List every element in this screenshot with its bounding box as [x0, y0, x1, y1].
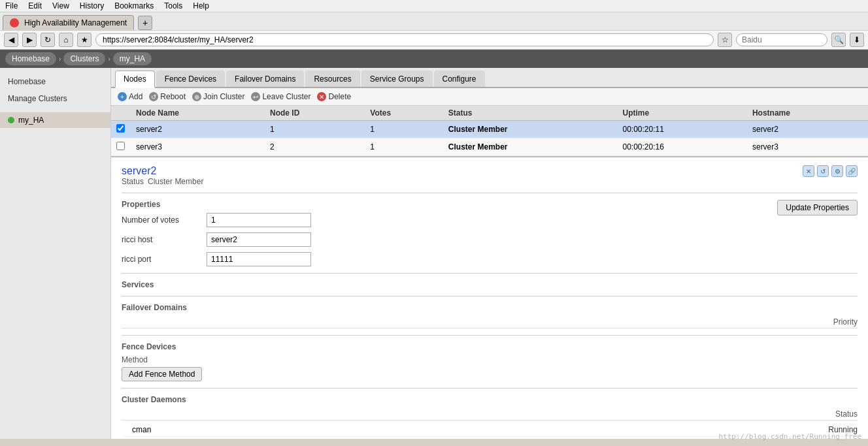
node-detail-header: server2 Status Cluster Member ✕ ↺ ⚙ 🔗 [122, 165, 858, 186]
tab-title: High Availability Management [24, 18, 127, 27]
detail-icon-refresh[interactable]: ↺ [817, 165, 829, 177]
status-cell: Cluster Member [443, 121, 618, 138]
daemon-status-col: Status [835, 409, 858, 419]
delete-button[interactable]: ✕ Delete [317, 92, 351, 101]
ricci-port-input[interactable] [207, 252, 311, 266]
home-button[interactable]: ⌂ [59, 33, 73, 47]
join-cluster-button[interactable]: ⊕ Join Cluster [192, 92, 244, 101]
add-button[interactable]: + Add [118, 92, 142, 101]
browser-tab-bar: High Availability Management + [0, 12, 868, 31]
node-table: Node Name Node ID Votes Status Uptime Ho… [111, 106, 868, 156]
node-status-line: Status Cluster Member [122, 177, 203, 186]
sidebar-item-homebase[interactable]: Homebase [0, 73, 110, 90]
table-row[interactable]: server3 2 1 Cluster Member 00:00:20:16 s… [111, 138, 868, 156]
content-area: Nodes Fence Devices Failover Domains Res… [111, 68, 868, 439]
votes-input[interactable] [207, 213, 311, 227]
col-node-name: Node Name [131, 106, 265, 121]
col-uptime: Uptime [617, 106, 746, 121]
status-value: Cluster Member [148, 177, 203, 186]
row-checkbox[interactable] [116, 142, 125, 150]
search-button[interactable]: 🔍 [831, 33, 846, 47]
col-node-id: Node ID [265, 106, 365, 121]
daemon-name: cman [122, 425, 151, 434]
menu-history[interactable]: History [80, 1, 104, 10]
votes-cell: 1 [365, 138, 442, 156]
menu-help[interactable]: Help [193, 1, 209, 10]
tab-resources[interactable]: Resources [305, 71, 359, 87]
node-id-cell: 1 [265, 121, 365, 138]
leave-icon: ↩ [251, 92, 260, 101]
detail-icon-link[interactable]: ⚙ [831, 165, 843, 177]
table-row[interactable]: server2 1 1 Cluster Member 00:00:20:11 s… [111, 121, 868, 138]
services-section-label: Services [122, 280, 858, 289]
new-tab-button[interactable]: + [138, 16, 152, 30]
detail-icon-group: ✕ ↺ ⚙ 🔗 [803, 165, 858, 177]
status-label: Status [122, 177, 144, 186]
node-id-cell: 2 [265, 138, 365, 156]
breadcrumb-my-ha[interactable]: my_HA [113, 52, 152, 65]
col-checkbox [111, 106, 131, 121]
browser-menubar: File Edit View History Bookmarks Tools H… [0, 0, 868, 12]
bookmark-button[interactable]: ★ [77, 33, 92, 47]
node-name-cell: server2 [131, 121, 265, 138]
leave-cluster-button[interactable]: ↩ Leave Cluster [251, 92, 310, 101]
tab-fence-devices[interactable]: Fence Devices [156, 71, 225, 87]
sidebar-cluster-my-ha[interactable]: my_HA [0, 112, 110, 128]
download-button[interactable]: ⬇ [850, 33, 864, 47]
divider-1 [122, 193, 858, 193]
priority-col-header: Priority [833, 317, 858, 327]
menu-bookmarks[interactable]: Bookmarks [114, 1, 154, 10]
fence-method-label: Method [122, 355, 858, 364]
prop-row-ricci-host: ricci host [122, 232, 858, 247]
breadcrumb-arrow-1: › [59, 56, 61, 63]
menu-edit[interactable]: Edit [28, 1, 42, 10]
properties-section-label: Properties [122, 200, 858, 209]
delete-icon: ✕ [317, 92, 326, 101]
back-button[interactable]: ◀ [4, 33, 18, 47]
votes-cell: 1 [365, 121, 442, 138]
col-votes: Votes [365, 106, 442, 121]
failover-domains-label: Failover Domains [122, 303, 858, 312]
tab-configure[interactable]: Configure [434, 71, 485, 87]
action-bar: + Add ↺ Reboot ⊕ Join Cluster ↩ Leave Cl… [111, 88, 868, 106]
search-input[interactable] [736, 33, 827, 46]
node-detail-title-area: server2 Status Cluster Member [122, 165, 203, 186]
menu-view[interactable]: View [52, 1, 69, 10]
breadcrumb-arrow-2: › [108, 56, 110, 63]
ricci-port-label: ricci port [122, 255, 207, 264]
fence-devices-section: Fence Devices Method Add Fence Method [122, 342, 858, 381]
address-input[interactable] [95, 33, 714, 46]
tab-service-groups[interactable]: Service Groups [361, 71, 433, 87]
menu-file[interactable]: File [5, 1, 18, 10]
watermark: http://blog.csdn.net/Running_free [718, 432, 861, 439]
browser-tab[interactable]: High Availability Management [3, 15, 134, 30]
col-status: Status [443, 106, 618, 121]
fence-devices-label: Fence Devices [122, 342, 858, 351]
detail-icon-close[interactable]: ✕ [803, 165, 814, 177]
star-button[interactable]: ☆ [718, 33, 732, 47]
update-properties-button[interactable]: Update Properties [777, 200, 858, 215]
breadcrumb-homebase[interactable]: Homebase [5, 52, 56, 65]
menu-tools[interactable]: Tools [164, 1, 182, 10]
reboot-button[interactable]: ↺ Reboot [149, 92, 186, 101]
detail-icon-settings[interactable]: 🔗 [846, 165, 858, 177]
row-checkbox[interactable] [116, 124, 125, 133]
sidebar-item-manage-clusters[interactable]: Manage Clusters [0, 90, 110, 107]
prop-row-ricci-port: ricci port [122, 252, 858, 266]
cluster-label: my_HA [18, 116, 44, 125]
refresh-button[interactable]: ↻ [41, 33, 55, 47]
app-breadcrumb: Homebase › Clusters › my_HA [0, 50, 868, 68]
tab-nodes[interactable]: Nodes [115, 71, 155, 88]
forward-button[interactable]: ▶ [22, 33, 37, 47]
tab-failover-domains[interactable]: Failover Domains [226, 71, 304, 87]
divider-2 [122, 273, 858, 274]
add-fence-method-button[interactable]: Add Fence Method [122, 367, 202, 381]
divider-5 [122, 388, 858, 389]
node-detail-panel: server2 Status Cluster Member ✕ ↺ ⚙ 🔗 Up… [111, 156, 868, 439]
sidebar: Homebase Manage Clusters my_HA [0, 68, 111, 439]
node-name-heading: server2 [122, 165, 203, 177]
ricci-host-input[interactable] [207, 232, 311, 247]
col-hostname: Hostname [747, 106, 868, 121]
breadcrumb-clusters[interactable]: Clusters [63, 52, 105, 65]
failover-priority-header: Priority [122, 316, 858, 328]
